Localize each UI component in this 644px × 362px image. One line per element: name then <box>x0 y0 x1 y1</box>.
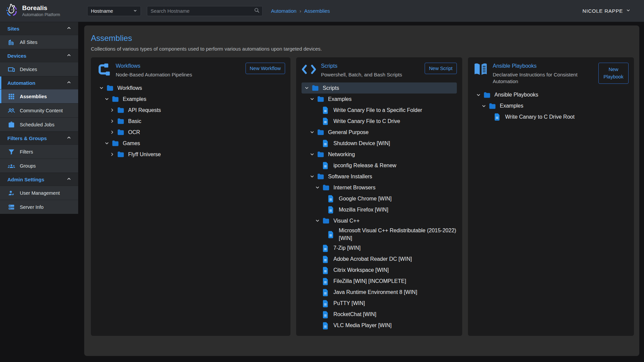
tree-item-label: Basic <box>128 118 141 125</box>
chevron-down-icon[interactable] <box>315 185 322 190</box>
hostname-select[interactable]: Hostname <box>87 6 141 16</box>
new-playbook-button[interactable]: New Playbook <box>598 63 629 84</box>
chevron-down-icon[interactable] <box>310 152 317 157</box>
tree-file-java-runtime-environment-8-win-[interactable]: Java Runtime Environment 8 [WIN] <box>302 287 457 298</box>
tree-file-write-canary-file-to-c-drive[interactable]: Write Canary File to C Drive <box>302 116 457 127</box>
tree-file-ipconfig-release-renew[interactable]: ipconfig Release & Renew <box>302 160 457 171</box>
search-input[interactable] <box>151 8 254 14</box>
chevron-right-icon[interactable] <box>110 108 117 113</box>
tree-file-microsoft-visual-c-redistributable-2015-[interactable]: Microsoft Visual C++ Redistributable (20… <box>302 226 457 243</box>
file-icon <box>322 278 330 285</box>
grid-icon <box>7 93 15 101</box>
workflow-icon <box>96 62 111 77</box>
tree-file-write-canary-to-c-drive-root[interactable]: Write Canary to C Drive Root <box>473 112 629 123</box>
tree-folder-basic[interactable]: Basic <box>96 116 285 127</box>
sidebar-item-all-sites[interactable]: All Sites <box>0 35 78 49</box>
tree-view: ScriptsExamplesWrite Canary File to a Sp… <box>302 82 457 331</box>
new-script-button[interactable]: New Script <box>425 63 457 74</box>
new-workflow-button[interactable]: New Workflow <box>246 63 285 74</box>
tree-folder-software-installers[interactable]: Software Installers <box>302 171 457 182</box>
sidebar-item-groups[interactable]: Groups <box>0 159 78 173</box>
chevron-right-icon[interactable] <box>110 119 117 124</box>
tree-file-adobe-acrobat-reader-dc-win-[interactable]: Adobe Acrobat Reader DC [WIN] <box>302 254 457 265</box>
file-icon <box>322 256 330 263</box>
chevron-down-icon[interactable] <box>481 104 489 109</box>
tree-folder-ansible-playbooks[interactable]: Ansible Playbooks <box>473 89 629 101</box>
sidebar-section-devices[interactable]: Devices <box>0 49 78 62</box>
chevron-down-icon[interactable] <box>310 174 317 179</box>
sidebar-section-label: Admin Settings <box>7 177 44 182</box>
folder-icon <box>483 92 491 98</box>
tree-folder-examples[interactable]: Examples <box>96 94 285 105</box>
panel-title: Ansible Playbooks <box>493 63 594 69</box>
user-icon <box>7 189 15 197</box>
sidebar-item-server-info[interactable]: Server Info <box>0 200 78 214</box>
people-icon <box>7 107 15 115</box>
tree-folder-games[interactable]: Games <box>96 138 285 149</box>
tree-file-filezilla-win-incomplete-[interactable]: FileZilla [WIN] [INCOMPLETE] <box>302 276 457 287</box>
breadcrumb-assemblies[interactable]: Assemblies <box>304 8 330 14</box>
tree-folder-scripts[interactable]: Scripts <box>302 82 457 94</box>
sidebar-item-community-content[interactable]: Community Content <box>0 103 78 117</box>
tree-folder-workflows[interactable]: Workflows <box>96 82 285 94</box>
chevron-down-icon[interactable] <box>315 218 322 223</box>
tree-folder-examples[interactable]: Examples <box>302 94 457 105</box>
tree-item-label: Flyff Universe <box>128 151 161 158</box>
tree-view: WorkflowsExamplesAPI RequestsBasicOCRGam… <box>96 82 285 160</box>
file-icon <box>322 322 330 329</box>
sidebar-item-devices[interactable]: Devices <box>0 62 78 76</box>
chevron-right-icon[interactable] <box>110 152 117 157</box>
sidebar-section-sites[interactable]: Sites <box>0 22 78 35</box>
tree-folder-api-requests[interactable]: API Requests <box>96 105 285 116</box>
panel-header: Ansible PlaybooksDeclarative Instruction… <box>473 62 629 85</box>
sidebar-section-filters-groups[interactable]: Filters & Groups <box>0 131 78 144</box>
tree-item-label: Ansible Playbooks <box>494 91 538 99</box>
tree-item-label: Examples <box>328 96 352 103</box>
tree-file-vlc-media-player-win-[interactable]: VLC Media Player [WIN] <box>302 320 457 331</box>
tree-folder-examples[interactable]: Examples <box>473 101 629 112</box>
tree-folder-internet-browsers[interactable]: Internet Browsers <box>302 182 457 193</box>
tree-item-label: OCR <box>128 129 140 136</box>
sidebar-section-automation[interactable]: Automation <box>0 76 78 89</box>
chevron-down-icon[interactable] <box>304 85 312 90</box>
tree-folder-flyff-universe[interactable]: Flyff Universe <box>96 149 285 160</box>
tree-item-label: FileZilla [WIN] [INCOMPLETE] <box>333 278 406 285</box>
tree-file-mozilla-firefox-win-[interactable]: Mozilla Firefox [WIN] <box>302 204 457 215</box>
building-icon <box>7 38 15 46</box>
tree-file-putty-win-[interactable]: PuTTY [WIN] <box>302 298 457 309</box>
tree-file-7-zip-win-[interactable]: 7-Zip [WIN] <box>302 243 457 254</box>
tree-item-label: RocketChat [WIN] <box>333 311 376 318</box>
tree-item-label: Shutdown Device [WIN] <box>333 140 390 147</box>
sidebar-item-assemblies[interactable]: Assemblies <box>0 89 78 103</box>
tree-item-label: Games <box>123 140 140 147</box>
tree-folder-general-purpose[interactable]: General Purpose <box>302 127 457 138</box>
tree-file-rocketchat-win-[interactable]: RocketChat [WIN] <box>302 309 457 320</box>
search-icon[interactable] <box>254 7 260 14</box>
chevron-down-icon[interactable] <box>104 141 112 146</box>
tree-folder-ocr[interactable]: OCR <box>96 127 285 138</box>
tree-file-citrix-workspace-win-[interactable]: Citrix Workspace [WIN] <box>302 265 457 276</box>
chevron-down-icon[interactable] <box>99 85 106 90</box>
user-menu[interactable]: NICOLE RAPPE <box>583 8 631 14</box>
chevron-right-icon[interactable] <box>110 130 117 135</box>
tree-file-write-canary-file-to-a-specific-folder[interactable]: Write Canary File to a Specific Folder <box>302 105 457 116</box>
sidebar-item-filters[interactable]: Filters <box>0 144 78 159</box>
folder-icon <box>112 96 119 102</box>
chevron-down-icon[interactable] <box>310 130 317 135</box>
tree-file-google-chrome-win-[interactable]: Google Chrome [WIN] <box>302 193 457 204</box>
sidebar-item-label: User Management <box>20 190 60 196</box>
panel-subtitle: Node-Based Automation Pipelines <box>116 71 241 78</box>
sidebar-section-admin-settings[interactable]: Admin Settings <box>0 173 78 186</box>
tree-folder-networking[interactable]: Networking <box>302 149 457 160</box>
main-area: Assemblies Collections of various types … <box>78 22 644 362</box>
tree-folder-visual-c-[interactable]: Visual C++ <box>302 215 457 226</box>
breadcrumb-automation[interactable]: Automation <box>271 8 297 14</box>
sidebar-item-user-management[interactable]: User Management <box>0 186 78 200</box>
chevron-down-icon[interactable] <box>476 93 483 98</box>
tree-file-shutdown-device-win-[interactable]: Shutdown Device [WIN] <box>302 138 457 149</box>
chevron-down-icon[interactable] <box>104 97 112 102</box>
chevron-down-icon[interactable] <box>310 97 317 102</box>
sidebar-item-scheduled-jobs[interactable]: Scheduled Jobs <box>0 117 78 131</box>
file-icon <box>322 267 330 274</box>
tree-item-label: PuTTY [WIN] <box>333 300 365 307</box>
